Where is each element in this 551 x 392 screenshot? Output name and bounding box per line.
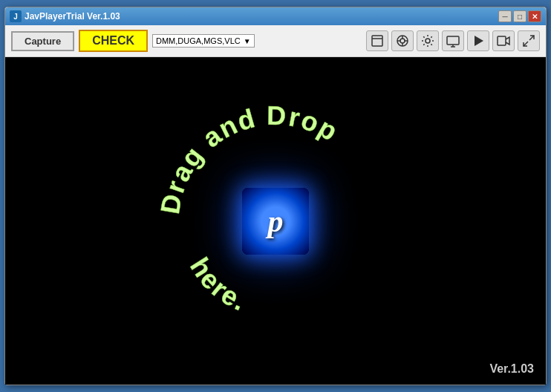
expand-button[interactable] — [518, 30, 540, 51]
svg-marker-12 — [475, 36, 483, 46]
svg-line-14 — [529, 36, 534, 40]
svg-line-15 — [524, 42, 528, 46]
title-bar-left: J JavPlayerTrial Ver.1.03 — [10, 10, 120, 22]
center-logo: p — [242, 188, 309, 255]
toolbar-right — [366, 30, 540, 51]
svg-point-3 — [400, 39, 405, 43]
settings-button[interactable] — [417, 30, 439, 51]
monitor-button[interactable] — [442, 30, 464, 51]
window-mode-button[interactable] — [366, 30, 388, 51]
toolbar-left: Capture CHECK DMM,DUGA,MGS,VLC ▼ — [11, 30, 255, 52]
content-area[interactable]: Drag and Drop here. p Ver.1.03 — [5, 57, 546, 385]
app-icon: J — [10, 10, 22, 22]
svg-point-8 — [426, 39, 430, 43]
title-controls: ─ □ ✕ — [498, 10, 541, 22]
toolbar: Capture CHECK DMM,DUGA,MGS,VLC ▼ — [5, 25, 546, 57]
drop-zone[interactable]: Drag and Drop here. p — [5, 57, 546, 385]
check-button[interactable]: CHECK — [79, 30, 148, 52]
dropdown-value: DMM,DUGA,MGS,VLC — [156, 36, 241, 45]
title-bar: J JavPlayerTrial Ver.1.03 ─ □ ✕ — [5, 7, 546, 25]
source-dropdown[interactable]: DMM,DUGA,MGS,VLC ▼ — [152, 34, 255, 48]
main-window: J JavPlayerTrial Ver.1.03 ─ □ ✕ Capture … — [4, 7, 547, 385]
close-button[interactable]: ✕ — [528, 10, 541, 22]
dropdown-arrow-icon: ▼ — [244, 37, 251, 45]
svg-rect-0 — [372, 36, 382, 46]
window-title: JavPlayerTrial Ver.1.03 — [25, 11, 120, 22]
svg-rect-13 — [498, 36, 506, 45]
minimize-button[interactable]: ─ — [498, 10, 512, 22]
svg-text:here.: here. — [184, 252, 251, 316]
capture-button[interactable]: Capture — [11, 31, 74, 51]
play-button[interactable] — [467, 30, 489, 51]
maximize-button[interactable]: □ — [513, 10, 526, 22]
version-text: Ver.1.03 — [489, 362, 534, 376]
gamepad-button[interactable] — [391, 30, 414, 51]
svg-rect-9 — [447, 36, 459, 45]
video-button[interactable] — [492, 30, 515, 51]
logo-letter: p — [268, 203, 284, 239]
